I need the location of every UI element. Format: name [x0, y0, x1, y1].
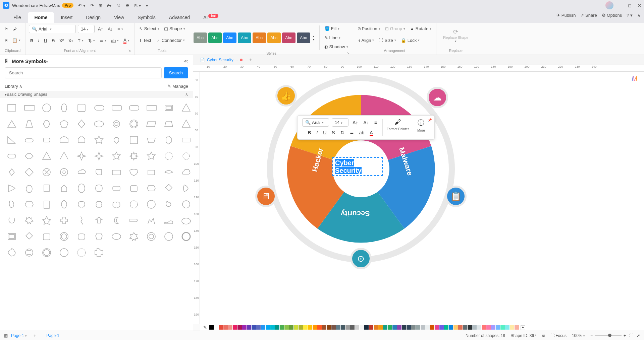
shape-item[interactable] [57, 246, 71, 259]
fill-button[interactable]: 🪣 Fill ▾ [323, 25, 350, 32]
format-painter-icon[interactable]: 🖌 [12, 25, 19, 32]
abc-icon[interactable]: ab▾ [110, 37, 120, 45]
float-align-icon[interactable]: ≡ [373, 119, 378, 127]
shape-item[interactable] [74, 198, 89, 211]
shape-item[interactable] [74, 101, 89, 114]
shape-item[interactable] [40, 246, 54, 259]
color-swatch[interactable] [505, 325, 509, 330]
float-spacing-icon[interactable]: ⇅ [339, 129, 346, 137]
tab-design[interactable]: Design [79, 12, 107, 23]
float-decrease-font-icon[interactable]: A↓ [362, 119, 370, 127]
shape-item[interactable] [22, 150, 36, 162]
float-more[interactable]: ⓘ More [415, 118, 427, 137]
shape-item[interactable] [144, 230, 158, 243]
shape-item[interactable] [40, 230, 54, 243]
color-swatch[interactable] [275, 325, 279, 330]
align-menu-icon[interactable]: ≡▾ [116, 25, 124, 33]
color-swatch[interactable] [482, 325, 486, 330]
shape-item[interactable] [74, 134, 89, 146]
color-swatch[interactable] [336, 325, 340, 330]
shape-item[interactable] [144, 118, 158, 130]
color-swatch[interactable] [486, 325, 491, 330]
shape-item[interactable] [92, 150, 106, 162]
italic-icon[interactable]: I [37, 37, 41, 45]
shape-item[interactable] [74, 214, 89, 227]
style-swatch-1[interactable]: Abc [194, 32, 207, 43]
float-font-select[interactable]: 🔍 Arial ▾ [302, 118, 329, 127]
color-swatch[interactable] [491, 325, 495, 330]
shape-item[interactable] [40, 150, 54, 162]
shape-item[interactable] [92, 198, 106, 211]
shape-item[interactable] [40, 166, 54, 179]
line-spacing-icon[interactable]: ⇅▾ [87, 37, 96, 45]
shape-item[interactable] [22, 198, 36, 211]
export-icon[interactable]: ⇱ ▾ [133, 2, 142, 9]
subscript-icon[interactable]: X₂ [67, 37, 74, 45]
color-swatch[interactable] [256, 325, 261, 330]
shape-item[interactable] [162, 198, 176, 211]
layers-icon[interactable]: ≋ [542, 333, 545, 338]
color-swatch[interactable] [237, 325, 242, 330]
shape-item[interactable] [92, 230, 106, 243]
color-swatch[interactable] [383, 325, 387, 330]
shape-item[interactable] [109, 214, 123, 227]
tab-view[interactable]: View [107, 12, 131, 23]
color-swatch[interactable] [392, 325, 397, 330]
shape-item[interactable] [162, 134, 176, 146]
shape-item[interactable] [144, 214, 158, 227]
shape-item[interactable] [22, 166, 36, 179]
shape-item[interactable] [22, 246, 36, 259]
color-swatch[interactable] [345, 325, 350, 330]
shape-item[interactable] [92, 246, 106, 259]
color-swatch[interactable] [360, 325, 364, 330]
shape-item[interactable] [109, 118, 123, 130]
color-swatch[interactable] [458, 325, 463, 330]
shape-item[interactable] [109, 230, 123, 243]
text-edit-box[interactable]: Cyber Security [332, 157, 383, 176]
shape-item[interactable] [162, 166, 176, 179]
close-icon[interactable]: ✕ [638, 3, 641, 8]
shape-item[interactable] [144, 150, 158, 162]
color-swatch[interactable] [266, 325, 270, 330]
gallery-more-icon[interactable]: ▴▾ [312, 33, 316, 43]
select-button[interactable]: ↖ Select ▾ [138, 25, 161, 32]
float-color-icon[interactable]: A [368, 129, 374, 137]
shape-item[interactable] [144, 101, 158, 114]
style-gallery[interactable]: Abc Abc Abc Abc Abc Abc Abc Abc ▴▾ [194, 32, 316, 43]
shape-item[interactable] [144, 166, 158, 179]
library-label[interactable]: Library ∧ [5, 84, 22, 89]
shape-item[interactable] [127, 166, 141, 179]
lock-button[interactable]: 🔒 Lock▾ [399, 37, 421, 44]
color-swatch[interactable] [219, 325, 223, 330]
color-swatch[interactable] [369, 325, 373, 330]
shape-item[interactable] [22, 182, 36, 195]
color-swatch[interactable] [280, 325, 284, 330]
open-icon[interactable]: 🗁 [106, 2, 112, 9]
shape-item[interactable] [57, 166, 71, 179]
size-button[interactable]: ⛶ Size▾ [377, 37, 397, 44]
manage-button[interactable]: ✎ Manage [167, 84, 188, 89]
save-icon[interactable]: 🖫 [115, 2, 121, 9]
shape-item[interactable] [92, 134, 106, 146]
zoom-out-icon[interactable]: − [590, 333, 593, 338]
shape-item[interactable] [92, 101, 106, 114]
pin-icon[interactable]: 📌 [428, 118, 432, 122]
collapse-ribbon-icon[interactable]: ∧ [637, 13, 641, 18]
shape-item[interactable] [74, 166, 89, 179]
shape-item[interactable] [109, 101, 123, 114]
shape-item[interactable] [40, 101, 54, 114]
color-swatch[interactable] [252, 325, 256, 330]
shape-item[interactable] [179, 214, 193, 227]
color-swatch[interactable] [402, 325, 406, 330]
superscript-icon[interactable]: X² [58, 37, 65, 45]
color-swatch[interactable] [261, 325, 265, 330]
maximize-icon[interactable]: ◻ [628, 3, 632, 8]
shape-item[interactable] [5, 118, 19, 130]
tab-file[interactable]: File [7, 12, 28, 23]
color-swatch[interactable] [209, 325, 214, 330]
shape-item[interactable] [5, 246, 19, 259]
float-underline-icon[interactable]: U [322, 129, 328, 137]
color-swatch[interactable] [468, 325, 472, 330]
shape-item[interactable] [74, 150, 89, 162]
shape-item[interactable] [22, 134, 36, 146]
